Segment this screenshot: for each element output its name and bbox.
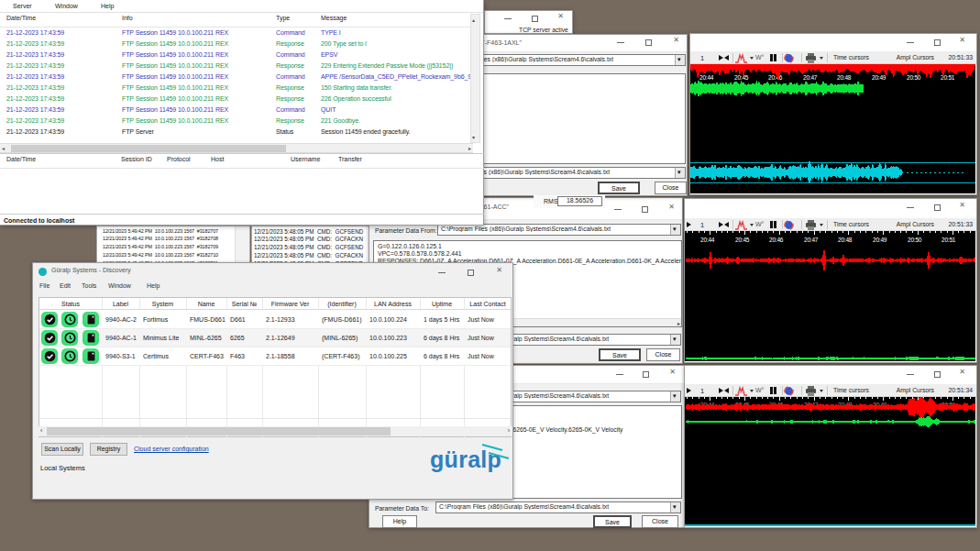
svg-text:güralp: güralp [430, 446, 501, 472]
